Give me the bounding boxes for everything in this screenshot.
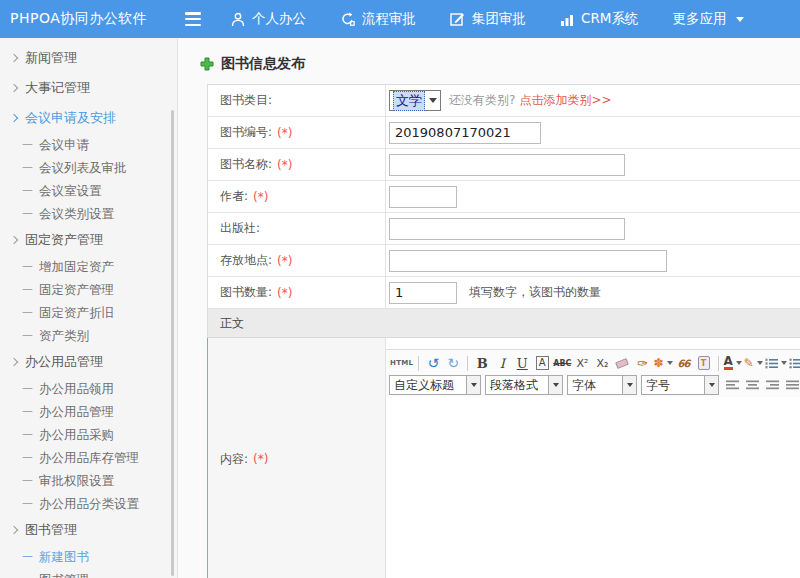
sidebar-item-approval-permission[interactable]: 一审批权限设置 [0, 469, 177, 492]
clipboard-icon: T [698, 356, 710, 370]
sidebar-item-book-manage[interactable]: 一图书管理 [0, 568, 177, 578]
bold-button[interactable]: B [473, 353, 491, 373]
sidebar-item-label: 固定资产折旧 [39, 305, 114, 320]
app-logo: PHPOA协同办公软件 [0, 10, 178, 28]
font-family-select[interactable]: 字体 [567, 375, 637, 395]
nav-item-process-approval[interactable]: 流程审批 [340, 10, 416, 28]
category-select[interactable]: 文学 [389, 90, 441, 111]
nav-item-crm-system[interactable]: CRM系统 [560, 10, 638, 28]
char-border-button[interactable]: A [536, 356, 549, 370]
sidebar-item-meeting-room[interactable]: 一会议室设置 [0, 179, 177, 202]
process-icon [340, 12, 355, 27]
edit-square-icon [450, 12, 465, 27]
dash-icon: 一 [22, 139, 33, 152]
sidebar-item-meeting-list[interactable]: 一会议列表及审批 [0, 156, 177, 179]
redo-button[interactable]: ↻ [444, 353, 462, 373]
sidebar-item-label: 增加固定资产 [39, 259, 114, 274]
sidebar-group-memorabilia[interactable]: 大事记管理 [0, 73, 177, 103]
font-color-button[interactable]: A [724, 353, 742, 373]
paragraph-format-select[interactable]: 段落格式 [485, 375, 563, 395]
sidebar-item-meeting-category[interactable]: 一会议类别设置 [0, 202, 177, 225]
caret-down-icon [736, 361, 742, 365]
field-label: 图书类目: [220, 92, 272, 109]
top-navbar: PHPOA协同办公软件 个人办公 流程审批 集团审批 CRM系统 [0, 0, 800, 38]
ordered-list-button[interactable] [765, 353, 787, 373]
superscript-button[interactable]: X² [573, 353, 591, 373]
custom-heading-select[interactable]: 自定义标题 [389, 375, 481, 395]
align-right-button[interactable] [764, 375, 782, 395]
required-mark: (*) [277, 126, 292, 140]
sidebar-group-news[interactable]: 新闻管理 [0, 43, 177, 73]
editor-toolbar: HTML ↺ ↻ B I U A ABC X² X₂ ✑ [386, 349, 800, 397]
sidebar-item-supplies-manage[interactable]: 一办公用品管理 [0, 400, 177, 423]
underline-button[interactable]: U [513, 353, 531, 373]
publisher-input[interactable] [389, 218, 625, 240]
navbar-items: 个人办公 流程审批 集团审批 CRM系统 更多应用 [231, 10, 778, 28]
nav-item-more-apps[interactable]: 更多应用 [672, 10, 744, 28]
chevron-right-icon [10, 526, 18, 534]
page-title: 图书信息发布 [221, 55, 305, 73]
highlight-color-button[interactable]: ✎ [744, 353, 763, 373]
sidebar-item-label: 办公用品管理 [39, 404, 114, 419]
eraser-button[interactable] [613, 353, 631, 373]
field-label: 作者: [220, 188, 248, 205]
chevron-right-icon [10, 84, 18, 92]
nav-item-personal-office[interactable]: 个人办公 [231, 10, 306, 28]
sidebar-item-label: 会议类别设置 [39, 206, 114, 221]
book-code-input[interactable] [389, 122, 541, 144]
fill-color-button[interactable]: ✽ [653, 353, 672, 373]
nav-item-label: 个人办公 [252, 10, 306, 28]
sidebar-item-label: 会议室设置 [39, 183, 102, 198]
sidebar-group-label: 新闻管理 [25, 50, 77, 65]
sidebar-scrollbar[interactable] [171, 110, 174, 576]
sidebar-item-label: 办公用品采购 [39, 427, 114, 442]
sidebar-item-new-book[interactable]: 一新建图书 [0, 545, 177, 568]
paste-text-button[interactable]: T [695, 353, 713, 373]
sidebar-item-supplies-inventory[interactable]: 一办公用品库存管理 [0, 446, 177, 469]
sidebar-group-meetings[interactable]: 会议申请及安排 [0, 103, 177, 133]
font-size-select[interactable]: 字号 [641, 375, 719, 395]
align-justify-button[interactable] [784, 375, 800, 395]
html-source-button[interactable]: HTML [390, 353, 413, 373]
undo-button[interactable]: ↺ [424, 353, 442, 373]
location-input[interactable] [389, 250, 667, 272]
dash-icon: 一 [22, 284, 33, 297]
ordered-list-icon [765, 358, 778, 369]
strikethrough-button[interactable]: ABC [553, 353, 571, 373]
hamburger-menu-icon[interactable] [185, 12, 205, 26]
sidebar-item-asset-category[interactable]: 一资产类别 [0, 324, 177, 347]
sidebar-item-supplies-category[interactable]: 一办公用品分类设置 [0, 492, 177, 515]
sidebar-group-office-supplies[interactable]: 办公用品管理 [0, 347, 177, 377]
sidebar-group-fixed-assets[interactable]: 固定资产管理 [0, 225, 177, 255]
sidebar-item-add-asset[interactable]: 一增加固定资产 [0, 255, 177, 278]
field-label: 图书名称: [220, 156, 272, 173]
select-caret-icon [548, 376, 562, 394]
align-center-button[interactable] [744, 375, 762, 395]
blockquote-button[interactable]: 66 [675, 353, 693, 373]
chevron-right-icon [10, 358, 18, 366]
book-name-input[interactable] [389, 154, 625, 176]
author-input[interactable] [389, 186, 457, 208]
italic-button[interactable]: I [493, 353, 511, 373]
sidebar-item-label: 办公用品领用 [39, 381, 114, 396]
sidebar-item-meeting-apply[interactable]: 一会议申请 [0, 133, 177, 156]
dash-icon: 一 [22, 162, 33, 175]
nav-item-group-approval[interactable]: 集团审批 [450, 10, 526, 28]
format-brush-button[interactable]: ✑ [633, 353, 651, 373]
subscript-button[interactable]: X₂ [593, 353, 611, 373]
main-content: 图书信息发布 图书类目: 文学 还没有类别? 点击添加类别>> 图书编号:(*)… [178, 38, 800, 578]
align-left-button[interactable] [724, 375, 742, 395]
editor-content-area[interactable] [386, 397, 800, 557]
add-category-link[interactable]: 点击添加类别>> [519, 92, 611, 109]
sidebar-item-asset-depreciation[interactable]: 一固定资产折旧 [0, 301, 177, 324]
quantity-input[interactable] [389, 282, 457, 304]
sidebar-item-supplies-claim[interactable]: 一办公用品领用 [0, 377, 177, 400]
sidebar-item-asset-manage[interactable]: 一固定资产管理 [0, 278, 177, 301]
sidebar-item-supplies-purchase[interactable]: 一办公用品采购 [0, 423, 177, 446]
select-caret-icon [704, 376, 718, 394]
field-label: 图书编号: [220, 124, 272, 141]
sidebar-group-books[interactable]: 图书管理 [0, 515, 177, 545]
dash-icon: 一 [22, 574, 33, 578]
bullet-list-button[interactable] [789, 353, 800, 373]
field-label: 图书数量: [220, 284, 272, 301]
